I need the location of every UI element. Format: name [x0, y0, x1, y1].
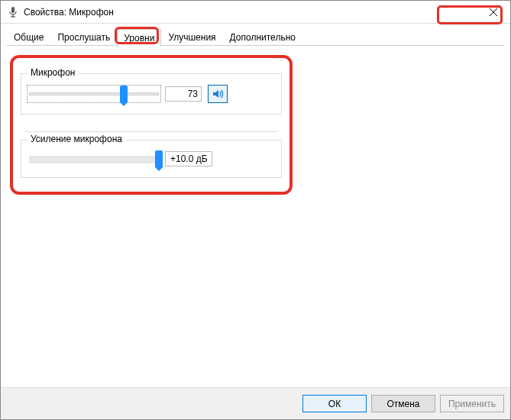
boost-value: +10.0 дБ	[165, 151, 212, 166]
boost-slider[interactable]	[29, 152, 159, 166]
separator	[25, 131, 277, 132]
mute-button[interactable]	[208, 85, 228, 103]
slider-thumb[interactable]	[120, 86, 128, 102]
titlebar: Свойства: Микрофон	[1, 1, 510, 24]
close-button[interactable]	[476, 1, 510, 24]
tab-bar: Общие Прослушать Уровни Улучшения Дополн…	[1, 24, 510, 46]
cancel-button[interactable]: Отмена	[371, 395, 435, 412]
svg-rect-0	[11, 7, 15, 13]
tab-levels[interactable]: Уровни	[117, 29, 161, 47]
slider-track	[29, 156, 159, 163]
microphone-slider[interactable]	[29, 87, 159, 101]
microphone-group: Микрофон 73	[21, 73, 282, 115]
microphone-row: 73	[29, 85, 273, 103]
close-icon	[490, 8, 497, 16]
tab-general[interactable]: Общие	[7, 28, 50, 46]
slider-track	[29, 92, 159, 95]
microphone-value: 73	[165, 86, 202, 102]
tab-advanced[interactable]: Дополнительно	[223, 28, 302, 46]
microphone-app-icon	[7, 6, 19, 18]
boost-group: Усиление микрофона +10.0 дБ	[21, 140, 282, 178]
ok-button[interactable]: ОК	[302, 395, 367, 412]
apply-button[interactable]: Применить	[440, 395, 504, 412]
boost-row: +10.0 дБ	[29, 151, 273, 166]
tab-listen[interactable]: Прослушать	[50, 28, 117, 46]
tab-enhancements[interactable]: Улучшения	[161, 28, 222, 46]
speaker-icon	[212, 88, 224, 100]
properties-dialog: Свойства: Микрофон Общие Прослушать Уров…	[0, 0, 511, 420]
microphone-group-label: Микрофон	[27, 67, 78, 78]
highlight-content: Микрофон 73 Уси	[10, 55, 293, 195]
tab-content: Микрофон 73 Уси	[1, 46, 510, 387]
slider-thumb[interactable]	[155, 150, 163, 167]
dialog-footer: ОК Отмена Применить	[1, 387, 510, 419]
window-title: Свойства: Микрофон	[24, 7, 476, 18]
boost-group-label: Усиление микрофона	[27, 134, 125, 144]
